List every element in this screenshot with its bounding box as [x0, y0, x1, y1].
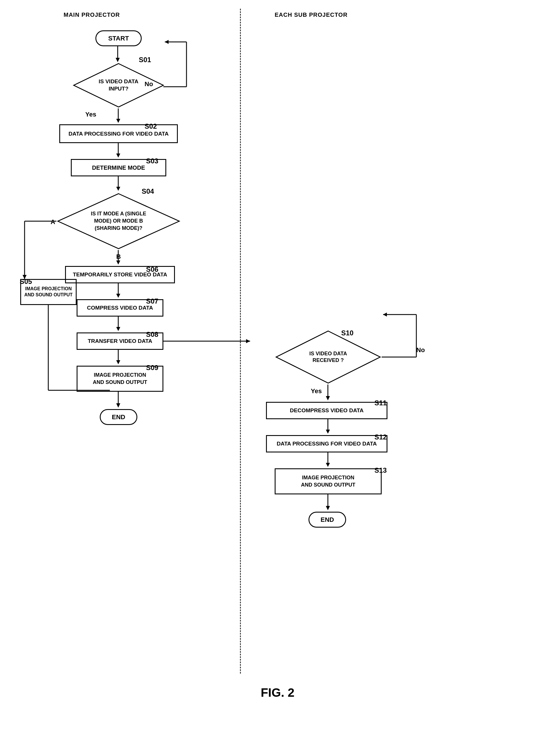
arrow-s08-transfer	[163, 340, 253, 342]
svg-marker-10	[116, 153, 120, 157]
svg-marker-43	[326, 506, 330, 510]
arrow-s04-b	[118, 250, 119, 266]
s10-yes-label: Yes	[311, 387, 322, 395]
s09-rect: IMAGE PROJECTION AND SOUND OUTPUT	[77, 366, 163, 392]
arrow-s12-s13	[327, 453, 328, 468]
arrow-s03-s04	[118, 176, 119, 192]
svg-marker-20	[116, 294, 120, 298]
arrow-s07-s08	[118, 317, 119, 332]
s03-rect: DETERMINE MODE	[71, 159, 166, 176]
svg-marker-26	[116, 360, 120, 364]
s10-text: IS VIDEO DATA RECEIVED ?	[302, 350, 355, 364]
arrow-s09-end	[118, 392, 119, 409]
svg-marker-30	[116, 403, 120, 408]
s06-rect: TEMPORARILY STORE VIDEO DATA	[65, 266, 175, 283]
start-shape: START	[95, 30, 142, 46]
end-main-shape: END	[100, 409, 137, 425]
svg-marker-6	[165, 40, 169, 44]
svg-marker-12	[116, 187, 120, 191]
arrow-start-s01	[117, 46, 118, 64]
arrow-s01-yes	[118, 108, 119, 124]
svg-marker-22	[116, 327, 120, 331]
sub-projector-header: EACH SUB PROJECTOR	[275, 11, 348, 18]
arrow-s10-no-loop	[382, 332, 425, 390]
arrow-s01-no-loop	[163, 64, 198, 127]
s12-rect: DATA PROCESSING FOR VIDEO DATA	[266, 435, 387, 453]
s01-no-label: No	[145, 80, 153, 88]
diagram-container: MAIN PROJECTOR EACH SUB PROJECTOR START …	[14, 9, 541, 717]
s01-text: IS VIDEO DATA INPUT?	[95, 78, 142, 92]
figure-label: FIG. 2	[261, 686, 294, 699]
s13-rect: IMAGE PROJECTION AND SOUND OUTPUT	[275, 468, 382, 494]
svg-marker-41	[326, 463, 330, 467]
svg-marker-39	[326, 430, 330, 434]
arrow-s10-yes	[327, 385, 328, 402]
s02-rect: DATA PROCESSING FOR VIDEO DATA	[59, 124, 178, 143]
arrow-s13-end-sub	[327, 494, 328, 512]
s10-diamond: IS VIDEO DATA RECEIVED ?	[275, 330, 382, 385]
end-sub-shape: END	[309, 512, 346, 528]
arrow-s05-down	[48, 305, 49, 403]
s11-rect: DECOMPRESS VIDEO DATA	[266, 402, 387, 419]
s01-yes-label: Yes	[85, 111, 96, 118]
s07-rect: COMPRESS VIDEO DATA	[77, 299, 163, 317]
s08-rect: TRANSFER VIDEO DATA	[77, 332, 163, 350]
main-projector-header: MAIN PROJECTOR	[64, 11, 120, 18]
svg-marker-37	[326, 396, 330, 400]
s04-diamond: IS IT MODE A (SINGLE MODE) OR MODE B (SH…	[57, 192, 181, 250]
arrow-s08-s09	[118, 350, 119, 366]
arrow-s11-s12	[327, 419, 328, 435]
s04-text: IS IT MODE A (SINGLE MODE) OR MODE B (SH…	[88, 210, 150, 232]
svg-marker-1	[116, 58, 120, 62]
arrow-s04-a	[25, 221, 58, 279]
arrow-s02-s03	[118, 143, 119, 159]
svg-marker-8	[116, 119, 120, 123]
svg-marker-24	[246, 339, 250, 343]
arrow-s06-s07	[118, 283, 119, 299]
svg-marker-18	[116, 260, 120, 264]
svg-marker-35	[383, 313, 387, 317]
